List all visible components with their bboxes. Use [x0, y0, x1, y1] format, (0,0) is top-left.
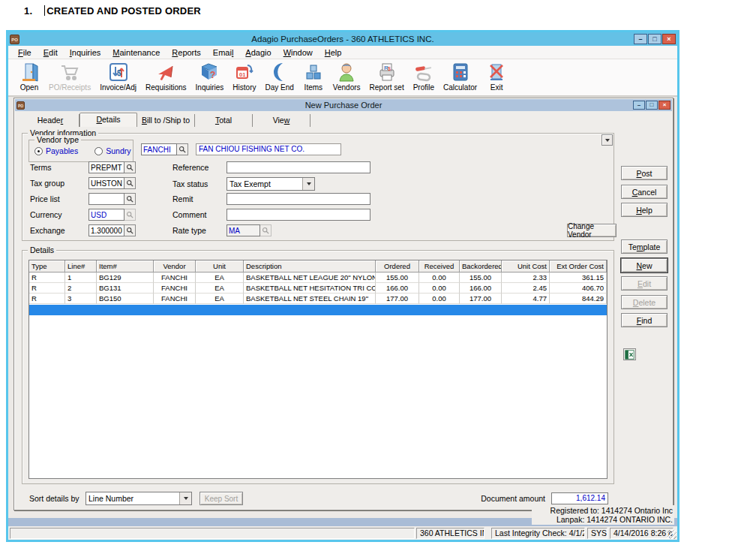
vendor-code-input[interactable]: [141, 143, 177, 155]
menu-file[interactable]: File: [12, 47, 38, 59]
sort-by-value: Line Number: [86, 494, 179, 503]
radio-sundry[interactable]: Sundry: [94, 146, 130, 155]
new-purchase-order-dialog: PO New Purchase Order – □ × HeaderDetail…: [14, 98, 674, 510]
table-row-3[interactable]: R3BG150FANCHIEABASKETBALL NET STEEL CHAI…: [29, 294, 607, 304]
report-set-printer-icon: R$: [376, 62, 398, 83]
cell-type: R: [29, 283, 65, 294]
dropdown-arrow-icon[interactable]: [302, 178, 314, 190]
sort-by-select[interactable]: Line Number: [86, 492, 192, 505]
cell-item: BG129: [97, 272, 154, 283]
maximize-button[interactable]: □: [648, 34, 662, 44]
export-excel-button[interactable]: [623, 348, 636, 360]
post-button[interactable]: Post: [621, 166, 668, 180]
column-header-vendor[interactable]: Vendor: [154, 260, 196, 272]
menu-adagio[interactable]: Adagio: [239, 47, 277, 59]
dialog-close-button[interactable]: ×: [658, 101, 670, 110]
tab-view[interactable]: View: [253, 114, 310, 127]
tab-bill-to-ship-to[interactable]: Bill to /Ship to: [137, 114, 195, 127]
toolbar-button-requisitions[interactable]: Requisitions: [141, 61, 190, 92]
cell-backordered: 155.00: [460, 272, 502, 283]
cancel-button[interactable]: Cancel: [621, 185, 668, 199]
toolbar-button-profile[interactable]: Profile: [409, 61, 439, 92]
find-button[interactable]: Find: [621, 313, 668, 327]
toolbar-button-exit[interactable]: Exit: [482, 61, 512, 92]
resize-grip[interactable]: [668, 530, 676, 539]
cell-unit-cost: 4.77: [502, 294, 550, 304]
cell-backordered: 166.00: [460, 283, 502, 294]
template-button[interactable]: Template: [621, 239, 668, 254]
menu-edit[interactable]: Edit: [38, 47, 64, 59]
toolbar-button-invoice-adj[interactable]: $Invoice/Adj: [95, 61, 141, 92]
open-door-icon: [19, 62, 40, 83]
toolbar-button-history[interactable]: 01History: [228, 61, 260, 92]
details-table: TypeLine#Item#VendorUnitDescriptionOrder…: [28, 260, 608, 479]
vendor-information-group: Vendor information Vendor type Payables …: [22, 133, 614, 241]
vendor-info-dropdown-button[interactable]: [602, 134, 613, 146]
vendor-lookup-icon[interactable]: [177, 143, 188, 155]
currency-input[interactable]: [88, 209, 124, 221]
delete-button: Delete: [621, 295, 668, 309]
table-row-1[interactable]: R1BG129FANCHIEABASKETBALL NET LEAGUE 20"…: [29, 272, 607, 283]
column-header-unit[interactable]: Unit: [196, 260, 244, 272]
remit-input[interactable]: [226, 193, 370, 205]
menu-inquiries[interactable]: Inquiries: [64, 47, 107, 59]
close-button[interactable]: ×: [662, 34, 676, 44]
menu-email[interactable]: Email: [207, 47, 240, 59]
toolbar-button-open[interactable]: Open: [14, 61, 44, 92]
column-header-unit-cost[interactable]: Unit Cost: [502, 260, 550, 272]
dialog-minimize-button[interactable]: –: [633, 101, 645, 110]
comment-input[interactable]: [226, 209, 370, 221]
menu-help[interactable]: Help: [319, 47, 348, 59]
toolbar-button-day-end[interactable]: Day End: [260, 61, 298, 92]
menu-window[interactable]: Window: [278, 47, 319, 59]
selected-empty-row[interactable]: [29, 305, 607, 315]
exchange-input[interactable]: [88, 224, 124, 236]
dialog-maximize-button[interactable]: □: [646, 101, 658, 110]
tab-details[interactable]: Details: [80, 113, 137, 127]
menu-maintenance[interactable]: Maintenance: [106, 47, 166, 59]
radio-payables[interactable]: Payables: [34, 146, 78, 155]
price-list-input[interactable]: [88, 193, 124, 205]
radio-button-icon: [34, 147, 43, 155]
column-header-description[interactable]: Description: [244, 260, 376, 272]
tax-status-select[interactable]: Tax Exempt: [226, 177, 315, 191]
column-header-line[interactable]: Line#: [65, 260, 97, 272]
column-header-type[interactable]: Type: [29, 260, 65, 272]
cell-received: 0.00: [419, 294, 460, 304]
invoice-adjust-icon: $: [108, 62, 129, 83]
price-list-lookup-icon[interactable]: [124, 193, 136, 205]
table-row-2[interactable]: R2BG131FANCHIEABASKETBALL NET HESITATION…: [29, 283, 607, 294]
column-header-backordered[interactable]: Backordered: [460, 260, 502, 272]
rate-type-input[interactable]: [226, 224, 260, 236]
toolbar-button-items[interactable]: Items: [298, 61, 328, 92]
rate-type-label: Rate type: [172, 226, 226, 235]
column-header-received[interactable]: Received: [419, 260, 460, 272]
toolbar-button-report-set[interactable]: R$Report set: [365, 61, 409, 92]
tab-header[interactable]: Header: [22, 114, 80, 127]
cell-ext-order-cost: 844.29: [550, 294, 607, 304]
column-header-ext-order-cost[interactable]: Ext Order Cost: [550, 260, 607, 272]
menu-reports[interactable]: Reports: [166, 47, 207, 59]
help-button[interactable]: Help: [621, 203, 668, 217]
terms-lookup-icon[interactable]: [124, 161, 136, 173]
minimize-button[interactable]: –: [634, 34, 647, 44]
reference-input[interactable]: [226, 161, 370, 173]
change-vendor-button[interactable]: Change Vendor: [567, 224, 616, 237]
exchange-lookup-icon[interactable]: [124, 224, 136, 236]
tax-group-input[interactable]: [88, 177, 124, 189]
new-button[interactable]: New: [621, 258, 668, 272]
toolbar-button-vendors[interactable]: Vendors: [328, 61, 365, 92]
tab-total[interactable]: Total: [195, 114, 253, 127]
cell-unit-cost: 2.45: [502, 283, 550, 294]
cell-vendor: FANCHI: [154, 272, 196, 283]
toolbar-button-inquiries[interactable]: ?Inquiries: [191, 61, 229, 92]
exit-door-icon: [486, 62, 507, 83]
dropdown-arrow-icon[interactable]: [179, 492, 191, 504]
column-header-item[interactable]: Item#: [97, 260, 154, 272]
tax-group-lookup-icon[interactable]: [124, 177, 136, 189]
terms-input[interactable]: [88, 161, 124, 173]
svg-text:$: $: [388, 66, 391, 72]
toolbar-button-calculator[interactable]: Calculator: [439, 61, 482, 92]
mdi-area: PO New Purchase Order – □ × HeaderDetail…: [8, 97, 677, 527]
column-header-ordered[interactable]: Ordered: [376, 260, 419, 272]
